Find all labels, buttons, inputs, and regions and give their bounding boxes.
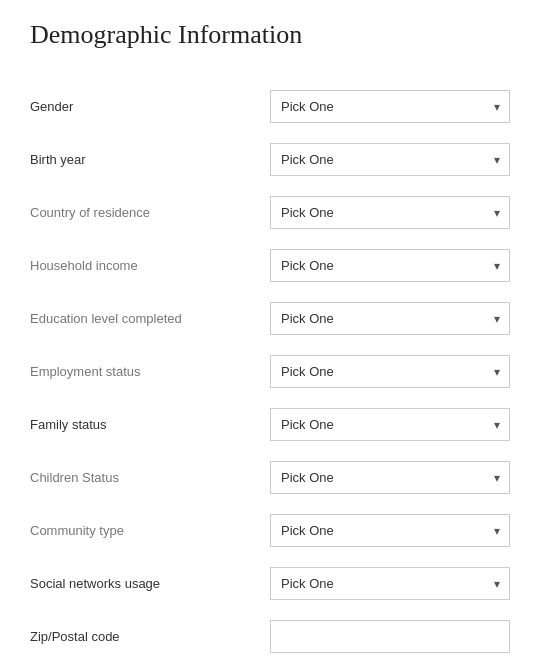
label-social-networks-usage: Social networks usage xyxy=(30,576,270,591)
label-children-status: Children Status xyxy=(30,470,270,485)
select-household-income[interactable]: Pick One xyxy=(270,249,510,282)
select-wrapper-education-level: Pick One xyxy=(270,302,510,335)
form-row-social-networks-usage: Social networks usagePick One xyxy=(30,557,510,610)
label-birth-year: Birth year xyxy=(30,152,270,167)
select-wrapper-community-type: Pick One xyxy=(270,514,510,547)
select-birth-year[interactable]: Pick One xyxy=(270,143,510,176)
form-row-household-income: Household incomePick One xyxy=(30,239,510,292)
select-wrapper-social-networks-usage: Pick One xyxy=(270,567,510,600)
select-children-status[interactable]: Pick One xyxy=(270,461,510,494)
form-row-employment-status: Employment statusPick One xyxy=(30,345,510,398)
label-education-level: Education level completed xyxy=(30,311,270,326)
select-education-level[interactable]: Pick One xyxy=(270,302,510,335)
select-gender[interactable]: Pick One xyxy=(270,90,510,123)
form-row-gender: GenderPick One xyxy=(30,80,510,133)
select-country-of-residence[interactable]: Pick One xyxy=(270,196,510,229)
form-row-country-of-residence: Country of residencePick One xyxy=(30,186,510,239)
label-community-type: Community type xyxy=(30,523,270,538)
label-employment-status: Employment status xyxy=(30,364,270,379)
select-wrapper-family-status: Pick One xyxy=(270,408,510,441)
form-row-birth-year: Birth yearPick One xyxy=(30,133,510,186)
select-employment-status[interactable]: Pick One xyxy=(270,355,510,388)
select-wrapper-employment-status: Pick One xyxy=(270,355,510,388)
input-zip-postal-code[interactable] xyxy=(270,620,510,653)
select-wrapper-birth-year: Pick One xyxy=(270,143,510,176)
select-wrapper-country-of-residence: Pick One xyxy=(270,196,510,229)
select-social-networks-usage[interactable]: Pick One xyxy=(270,567,510,600)
label-country-of-residence: Country of residence xyxy=(30,205,270,220)
label-family-status: Family status xyxy=(30,417,270,432)
form-row-community-type: Community typePick One xyxy=(30,504,510,557)
form-row-zip-postal-code: Zip/Postal code xyxy=(30,610,510,663)
label-gender: Gender xyxy=(30,99,270,114)
form-row-education-level: Education level completedPick One xyxy=(30,292,510,345)
select-family-status[interactable]: Pick One xyxy=(270,408,510,441)
select-community-type[interactable]: Pick One xyxy=(270,514,510,547)
label-household-income: Household income xyxy=(30,258,270,273)
label-zip-postal-code: Zip/Postal code xyxy=(30,629,270,644)
select-wrapper-children-status: Pick One xyxy=(270,461,510,494)
select-wrapper-gender: Pick One xyxy=(270,90,510,123)
form-row-family-status: Family statusPick One xyxy=(30,398,510,451)
select-wrapper-household-income: Pick One xyxy=(270,249,510,282)
form-row-children-status: Children StatusPick One xyxy=(30,451,510,504)
page-title: Demographic Information xyxy=(30,20,510,50)
